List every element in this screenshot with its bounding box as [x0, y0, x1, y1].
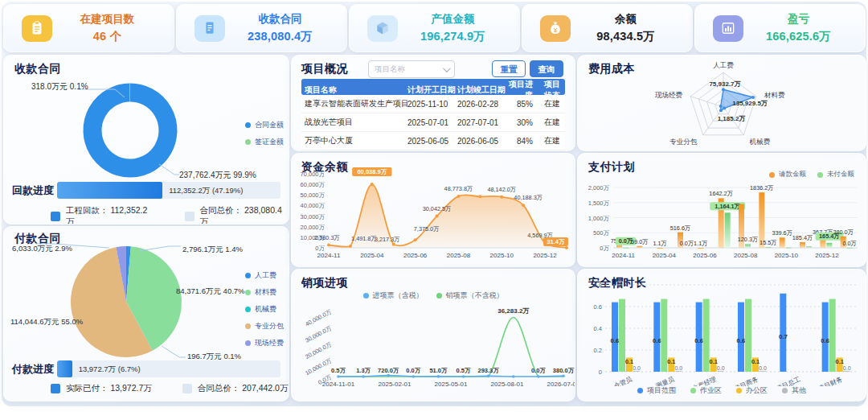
svg-text:2025-05-01: 2025-05-01	[435, 381, 468, 388]
svg-text:135,929.5万: 135,929.5万	[732, 100, 768, 107]
kpi-value: 166,625.6万	[743, 29, 854, 44]
svg-text:2025-08: 2025-08	[734, 252, 758, 259]
svg-text:7,375.0万: 7,375.0万	[414, 225, 440, 233]
helmet-duration-panel: 安全帽时长 00.20.40.60.80.60.10.0仓管员0.60.10.0…	[577, 269, 866, 401]
svg-text:1836.2万: 1836.2万	[750, 184, 774, 191]
svg-text:0.6: 0.6	[821, 337, 830, 344]
legend-dot	[782, 388, 788, 393]
legend-item[interactable]: 合同金额	[245, 120, 284, 130]
kpi-card-projects: 在建项目数 46 个	[3, 4, 174, 52]
svg-text:1,000万: 1,000万	[588, 215, 610, 222]
receipt-progress-bar: 112,352.2万 (47.19%)	[57, 182, 280, 199]
svg-text:生产经理: 生产经理	[691, 376, 718, 386]
svg-text:51.0万: 51.0万	[429, 367, 448, 374]
payment-progress-bar: 13,972.7万 (6.7%)	[57, 360, 280, 377]
svg-text:293.3万: 293.3万	[478, 367, 500, 374]
legend-swatch	[185, 212, 194, 221]
svg-text:31.4万: 31.4万	[547, 238, 565, 245]
invoices-panel: 销项进项 进项票（含税） 销项票（不含税） 0.0万10,000.0万20,00…	[291, 269, 575, 401]
svg-text:40,000万: 40,000万	[301, 202, 326, 209]
svg-text:0: 0	[599, 369, 602, 376]
svg-text:60,038.9万: 60,038.9万	[357, 168, 387, 175]
receipt-progress-legend: 工程回款： 112,352.2万 合同总价： 238,080.4万	[51, 205, 289, 224]
cube-icon	[367, 15, 398, 42]
legend-item[interactable]: 作业区	[690, 385, 722, 396]
expense-cost-panel: 费用成本 人工费材料费机械费专业分包现场经费75,932.7万135,929.5…	[577, 55, 866, 151]
svg-text:50,000万: 50,000万	[301, 191, 326, 199]
legend-item[interactable]: 人工费	[245, 270, 284, 281]
svg-text:0.5万: 0.5万	[457, 367, 471, 374]
reset-button[interactable]: 重置	[492, 60, 526, 77]
svg-text:500万: 500万	[593, 229, 610, 237]
expense-radar-chart: 人工费材料费机械费专业分包现场经费75,932.7万135,929.5万1,18…	[578, 56, 866, 150]
donut-legend: 合同金额 签证金额	[245, 120, 284, 147]
legend-swatch	[51, 212, 60, 221]
helmet-legend: 项目范围作业区办公区其他	[578, 385, 866, 396]
pie-callout-subcontract: 114,044.6万元 55.0%	[10, 317, 83, 327]
legend-item[interactable]: 项目范围	[637, 385, 676, 396]
svg-text:0.2: 0.2	[594, 347, 602, 354]
svg-text:0.4: 0.4	[594, 325, 602, 332]
kpi-title: 盈亏	[743, 12, 854, 27]
svg-text:70,000万: 70,000万	[301, 171, 326, 178]
svg-text:48,773.8万: 48,773.8万	[444, 185, 473, 192]
progress-label: 付款进度	[12, 362, 57, 377]
svg-text:2025-08-01: 2025-08-01	[491, 381, 524, 388]
legend-item[interactable]: 其他	[782, 385, 806, 396]
kpi-value: 46 个	[52, 29, 162, 44]
legend-swatch	[51, 384, 60, 393]
project-name-select[interactable]: 项目名称	[368, 60, 455, 78]
panel-title: 项目概况	[301, 62, 348, 76]
svg-text:2025-12: 2025-12	[533, 252, 557, 259]
clipboard-icon	[22, 15, 52, 42]
column-header: 项目名称	[305, 84, 407, 96]
svg-text:380.0万: 380.0万	[553, 367, 575, 374]
table-row[interactable]: 数智科创园项目2025-05-162025-10-310%在建	[301, 150, 565, 151]
svg-text:1.3万: 1.3万	[356, 367, 371, 374]
svg-text:1,185.2万: 1,185.2万	[718, 115, 747, 122]
svg-text:1.1万: 1.1万	[653, 240, 666, 247]
kpi-title: 在建项目数	[52, 12, 162, 27]
svg-text:2,580.3万: 2,580.3万	[314, 234, 340, 241]
legend-item[interactable]: 办公区	[736, 385, 768, 396]
svg-text:0.0: 0.0	[674, 365, 682, 371]
svg-text:1.1万: 1.1万	[694, 240, 707, 247]
svg-text:测量员: 测量员	[655, 376, 676, 386]
svg-text:2025-04: 2025-04	[653, 252, 677, 259]
legend-item[interactable]: 现场经费	[245, 338, 284, 348]
kpi-card-balance: 余额 98,434.5万	[522, 4, 693, 52]
pie-callout-material: 84,371.6万元 40.7%	[176, 286, 245, 297]
svg-text:36,283.2万: 36,283.2万	[497, 307, 530, 315]
svg-text:0.6: 0.6	[737, 337, 747, 344]
svg-text:1,491.8万: 1,491.8万	[351, 235, 377, 242]
svg-text:专业分包: 专业分包	[669, 138, 698, 146]
svg-text:2025-04: 2025-04	[360, 252, 384, 259]
legend-dot	[690, 388, 696, 393]
chevron-down-icon	[443, 64, 451, 72]
legend-dot	[736, 388, 742, 393]
select-placeholder: 项目名称	[375, 64, 405, 75]
fund-balance-panel: 资金余额 0万10,000万20,000万30,000万40,000万50,00…	[291, 153, 575, 267]
query-button[interactable]: 查询	[530, 60, 563, 77]
column-header: 计划开工日期	[407, 84, 457, 96]
svg-text:75,932.7万: 75,932.7万	[709, 80, 741, 88]
table-row[interactable]: 战放光芒项目2025-07-012027-07-0130%在建	[301, 113, 565, 132]
legend-dot	[245, 340, 251, 346]
table-row[interactable]: 万亭中心大厦2025-06-052026-06-0584%在建	[301, 132, 565, 150]
table-header: 项目名称计划开工日期计划竣工日期项目进度项目状态	[301, 79, 565, 95]
project-overview-panel: 项目概况 项目名称 重置 查询 项目名称计划开工日期计划竣工日期项目进度项目状态…	[291, 55, 575, 151]
svg-text:项目财务: 项目财务	[817, 376, 844, 386]
legend-item[interactable]: 材料费	[245, 287, 284, 298]
svg-text:60,000万: 60,000万	[301, 181, 326, 188]
legend-item[interactable]: 机械费	[245, 304, 284, 315]
legend-dot	[245, 122, 251, 128]
legend-item[interactable]: 专业分包	[245, 321, 284, 331]
svg-text:2025-06: 2025-06	[403, 252, 428, 259]
legend-item[interactable]: 签证金额	[245, 137, 284, 147]
svg-text:516.6万: 516.6万	[670, 224, 691, 232]
helmet-chart: 00.20.40.60.80.60.10.0仓管员0.60.10.0测量员0.6…	[578, 270, 866, 386]
payment-progress-legend: 实际已付： 13,972.7万 合同总价： 207,442.0万	[51, 383, 288, 394]
svg-text:0.0万: 0.0万	[531, 367, 546, 374]
svg-text:0.0万: 0.0万	[680, 240, 694, 247]
svg-text:0.6: 0.6	[653, 337, 662, 344]
